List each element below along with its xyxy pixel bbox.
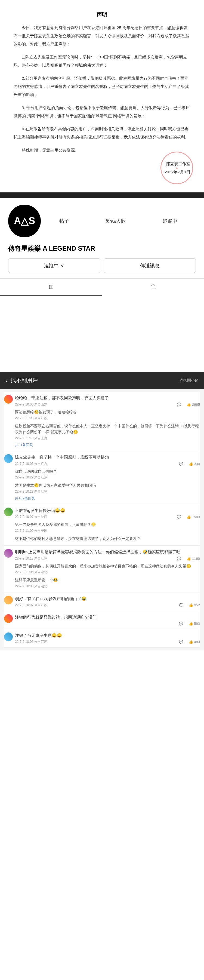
comment-meta: 22-7-2 10:06 来自广东💬👍 330 [15, 461, 200, 466]
comment-meta: 22-7-2 10:06 来自山东💬👍 2965 [15, 402, 200, 407]
like-button[interactable]: 👍 2965 [187, 402, 200, 407]
reply-icon[interactable]: 💬 [179, 622, 183, 626]
statement-p4: 4.在此敬告所有发布类似内容的用户，即刻删除相关微博，停止此相关讨论，同时我方也… [14, 125, 190, 141]
tab-grid[interactable]: ⊞ [0, 279, 102, 296]
profile-header: A△S 帖子 粉絲人數 追蹤中 [0, 198, 204, 244]
comment-item: 不敢在ig发生日快乐吗😅😀22-7-2 10:07 来自陕西💬👍 1583第一句… [4, 504, 200, 546]
watermark: @扒圈小猪 [180, 378, 199, 383]
comment-item: 弱好，有了在ins同步发声明的理由了😂22-7-2 10:07 来自江苏💬👍 9… [4, 592, 200, 611]
statement-document: 声明 今日，我方有悉念到有部分网络用户在香港回归祖国 25 周年纪念日的重要节点… [0, 0, 204, 192]
comment-meta: 22-7-2 10:07 来自江苏💬👍 952 [15, 603, 200, 608]
user-not-found-bar: ‹ 找不到用戶 › @扒圈小猪 [0, 372, 204, 389]
comment-item: 明明ins上发声明是最简单最容易消除负面的方法，你们偏偏选择注销，🤣确实应该都懂… [4, 546, 200, 592]
reply-icon[interactable]: 💬 [177, 515, 181, 519]
reply-item: 爱国是生意🙃你以为人家很爱中华人民共和国吗22-7-2 10:23 来自江苏 [15, 482, 200, 494]
comment-avatar[interactable] [4, 508, 13, 516]
comment-text: 陈立农先生一直坚持一个中国原则，底线不可动摇cn [15, 454, 200, 460]
like-button[interactable]: 👍 952 [189, 603, 200, 607]
reply-icon[interactable]: 💬 [179, 603, 183, 607]
like-button[interactable]: 👍 483 [189, 640, 200, 644]
reply-item: 建议粉丝不要顾左右而言他，说什么他本人一直坚定支持一个中国什么的，就回答一下为什… [15, 423, 200, 441]
reply-icon[interactable]: 💬 [177, 402, 181, 407]
more-replies-link[interactable]: 共31条回复 [15, 442, 200, 447]
comment-avatar[interactable] [4, 632, 13, 641]
comment-meta: 22-7-2 10:07 来自陕西💬👍 1583 [15, 515, 200, 519]
statement-p2: 2.部分用户发布的内容引起广泛传播，影响极其恶劣。此种网络暴力行为不同时也伤害了… [14, 74, 190, 99]
reply-item: 注销不愿意重新发一个😂22-7-2 10:08 来自湖北 [15, 577, 200, 589]
more-replies-link[interactable]: 共102条回复 [15, 496, 200, 501]
profile-actions: 追蹤中 ∨ 傳送訊息 [0, 258, 204, 278]
avatar[interactable]: A△S [8, 205, 41, 237]
comment-avatar[interactable] [4, 596, 13, 605]
reply-item: 第一句我是中国人我爱我的祖国，不敢喊吧？😤22-7-2 11:09 来自美国 [15, 522, 200, 533]
tab-tagged[interactable]: ☖ [102, 279, 204, 296]
comment-text: 明明ins上发声明是最简单最容易消除负面的方法，你们偏偏选择注销，🤣确实应该都懂… [15, 549, 200, 555]
comment-avatar[interactable] [4, 549, 13, 558]
empty-content [0, 296, 204, 372]
reply-icon[interactable]: 💬 [177, 557, 181, 561]
stat-following[interactable]: 追蹤中 [163, 218, 177, 224]
comment-item: 哈哈哈，宁愿注销，都不发同款声明，双面人实锤了22-7-2 10:06 来自山东… [4, 391, 200, 451]
statement-title: 声明 [14, 11, 190, 18]
comment-item: 注销的行势就是只靠边站，想两边通吃？没门💬👍 593 [4, 611, 200, 629]
like-button[interactable]: 👍 593 [189, 622, 200, 626]
comment-meta: 22-7-2 10:05 来自江苏💬👍 483 [15, 640, 200, 644]
comment-meta: 💬👍 593 [15, 622, 200, 626]
comment-meta: 22-7-2 10:13 来自江苏💬👍 1160 [15, 556, 200, 561]
back-icon[interactable]: ‹ [5, 377, 7, 383]
statement-p1: 1.陈立农先生及工作室无论何时，坚持"一个中国"原则不动摇，且已经多次发声，包含… [14, 53, 190, 69]
comments-list: 哈哈哈，宁愿注销，都不发同款声明，双面人实锤了22-7-2 10:06 来自山东… [0, 389, 204, 651]
official-seal: ★ [158, 150, 195, 186]
profile-name: 傳奇星娛樂 A LEGEND STAR [0, 244, 204, 258]
comment-text: 注销的行势就是只靠边站，想两边通吃？没门 [15, 614, 200, 620]
stat-followers[interactable]: 粉絲人數 [106, 218, 126, 224]
like-button[interactable]: 👍 1583 [187, 515, 200, 519]
stat-posts[interactable]: 帖子 [59, 218, 69, 224]
comment-avatar[interactable] [4, 454, 13, 463]
statement-intro: 今日，我方有悉念到有部分网络用户在香港回归祖国 25 周年纪念日的重要节点，恶意… [14, 24, 190, 48]
message-button[interactable]: 傳送訊息 [104, 258, 196, 273]
statement-closing: 特殊时期，无意占用公共资源。 [14, 146, 190, 154]
comment-text: 弱好，有了在ins同步发声明的理由了😂 [15, 596, 200, 602]
reply-item: 你自己说的你自己信吗？22-7-2 10:27 来自江苏 [15, 468, 200, 480]
reply-item: 国家面前的偶像，从偶练开始喜欢的，后来参加音综拍各种节目也不错的，现在这种做法真… [15, 563, 200, 575]
comment-avatar[interactable] [4, 395, 13, 404]
comment-item: 注销了当无事发生啊😀😀22-7-2 10:05 来自江苏💬👍 483 [4, 629, 200, 648]
follow-button[interactable]: 追蹤中 ∨ [8, 258, 100, 273]
reply-icon[interactable]: 💬 [179, 462, 183, 466]
comment-text: 不敢在ig发生日快乐吗😅😀 [15, 508, 200, 514]
like-button[interactable]: 👍 330 [189, 462, 200, 466]
profile-stats: 帖子 粉絲人數 追蹤中 [41, 218, 196, 224]
notfound-text: 找不到用戶 [11, 377, 38, 384]
reply-item: 这不是怕你们这种人恶意解读，少在这道德绑架了，别人为什么一定要发？ [15, 536, 200, 542]
like-button[interactable]: 👍 1160 [187, 557, 200, 561]
reply-item: 两边都想给😅被发现了，哈哈哈哈哈22-7-2 11:03 来自江苏 [15, 409, 200, 421]
comment-text: 注销了当无事发生啊😀😀 [15, 632, 200, 639]
statement-p3: 3. 部分用户引起的负面讨论，包括但不限于造谣传谣、恶意挑衅、人身攻击等行为，已… [14, 104, 190, 120]
profile-tabs: ⊞ ☖ [0, 278, 204, 296]
comment-item: 陈立农先生一直坚持一个中国原则，底线不可动摇cn22-7-2 10:06 来自广… [4, 451, 200, 504]
reply-icon[interactable]: 💬 [179, 640, 183, 644]
comment-avatar[interactable] [4, 614, 13, 623]
profile-section: A△S 帖子 粉絲人數 追蹤中 傳奇星娛樂 A LEGEND STAR 追蹤中 … [0, 192, 204, 372]
comment-text: 哈哈哈，宁愿注销，都不发同款声明，双面人实锤了 [15, 395, 200, 401]
